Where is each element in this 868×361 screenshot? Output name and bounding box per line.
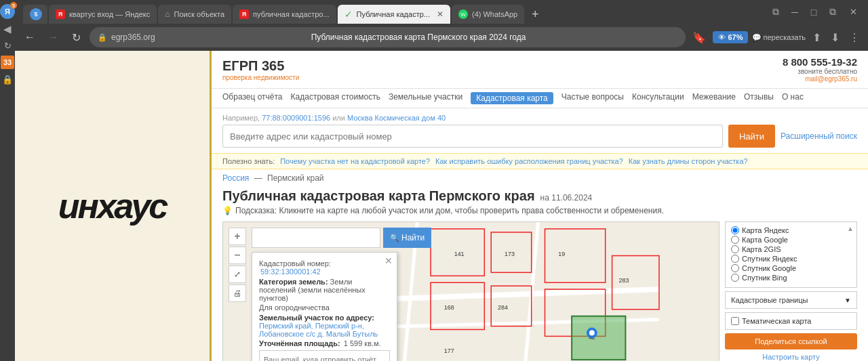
download-button[interactable]: ⬇ [828, 28, 842, 47]
tab-6-whatsapp[interactable]: W (4) WhatsApp [452, 5, 524, 24]
breadcrumb-root[interactable]: Россия [222, 173, 249, 183]
refresh-button[interactable]: ↻ [66, 28, 85, 47]
info-link-3[interactable]: Как узнать длины сторон участка? [629, 157, 748, 165]
radio-option-bing-sat[interactable]: Спутник Bing [731, 274, 851, 282]
search-example2: Москва Космическая дом 40 [347, 114, 446, 122]
radio-option-2gis-map[interactable]: Карта 2GIS [731, 245, 851, 253]
nav-zemelnye[interactable]: Земельные участки [389, 92, 462, 104]
advanced-search-link[interactable]: Расширенный поиск [781, 131, 857, 141]
site-content: ЕГРП 365 проверка недвижимости 8 800 555… [212, 51, 868, 361]
popup-close[interactable]: ✕ [384, 255, 393, 266]
thematic-label: Тематическая карта [742, 317, 811, 325]
radio-2gis-map[interactable] [731, 245, 739, 253]
restore-icon[interactable]: ⧉ [825, 4, 841, 20]
svg-text:19: 19 [558, 251, 565, 257]
tab4-title: публичная кадастро... [253, 10, 330, 18]
back-button[interactable]: ← [20, 28, 39, 47]
extensions-icon[interactable]: ⧉ [768, 4, 784, 20]
customize-map-link[interactable]: Настроить карту [725, 353, 857, 361]
map-popup: ✕ Кадастровый номер: 59:32:1300001:42 Ка… [252, 252, 397, 361]
radio-option-google-map[interactable]: Карта Google [731, 236, 851, 244]
new-tab-button[interactable]: + [526, 5, 545, 24]
tab-4[interactable]: Я публичная кадастро... [233, 5, 336, 24]
sidebar-profile-icon[interactable]: Я 5 [0, 4, 15, 19]
nav-faq[interactable]: Частые вопросы [561, 92, 624, 104]
popup-address-value[interactable]: Пермский край, Пермский р-н, Лобановское… [259, 322, 378, 338]
fullscreen-button[interactable]: ⤢ [229, 266, 246, 283]
nav-obrazec[interactable]: Образец отчёта [222, 92, 283, 104]
sidebar-lock-icon[interactable]: 🔒 [1, 73, 14, 85]
radio-google-map[interactable] [731, 236, 739, 244]
nav-kadastr-stoimost[interactable]: Кадастровая стоимость [291, 92, 380, 104]
cadastral-chevron-icon: ▼ [844, 297, 851, 304]
map-container[interactable]: 141 173 168 284 19 42 283 177 [222, 221, 719, 361]
tab5-close[interactable]: ✕ [437, 9, 443, 19]
map-search-input[interactable]: 59:32:1300001:42 [252, 228, 380, 248]
tab-1[interactable]: 5 [23, 5, 47, 24]
radio-google-sat[interactable] [731, 264, 739, 272]
radio-bing-sat-label: Спутник Bing [742, 274, 787, 282]
tab4-favicon: Я [239, 9, 249, 19]
thematic-checkbox[interactable] [731, 317, 739, 325]
sidebar-calendar-icon[interactable]: 33 [1, 56, 14, 69]
sidebar-back-icon[interactable]: ◀ [1, 23, 14, 35]
print-button[interactable]: 🖨 [229, 284, 246, 302]
radio-yandex-map[interactable] [731, 226, 739, 234]
zoom-in-button[interactable]: + [229, 228, 246, 245]
nav-mezhevanie[interactable]: Межевание [692, 92, 736, 104]
search-input[interactable] [222, 125, 723, 148]
info-bar: Полезно знать: Почему участка нет на кад… [212, 153, 868, 169]
maximize-icon[interactable]: □ [806, 4, 822, 20]
popup-category-row: Категория земель: Земли поселений (земли… [259, 278, 390, 302]
map-search-btn-label: Найти [401, 233, 425, 242]
share-link-button[interactable]: Поделиться ссылкой [725, 333, 857, 349]
share-button[interactable]: ⬆ [810, 28, 824, 47]
minimize-icon[interactable]: ─ [787, 4, 803, 20]
radio-option-google-sat[interactable]: Спутник Google [731, 264, 851, 272]
zoom-level: 67% [728, 33, 743, 41]
search-button[interactable]: Найти [728, 125, 775, 148]
tab1-icon: 5 [30, 8, 42, 20]
radio-yandex-map-label: Карта Яндекс [742, 226, 789, 234]
thematic-option[interactable]: Тематическая карта [731, 317, 851, 325]
info-link-1[interactable]: Почему участка нет на кадастровой карте? [280, 157, 430, 165]
site-nav: Образец отчёта Кадастровая стоимость Зем… [212, 89, 868, 108]
page-content: инхаус ЕГРП 365 проверка недвижимости 8 … [15, 51, 868, 361]
tab-2[interactable]: Я квартус вход — Яндекс [49, 5, 157, 24]
cadastral-header[interactable]: Кадастровые границы ▼ [731, 296, 851, 304]
tab-3[interactable]: ⌂ Поиск объекта [158, 5, 231, 24]
svg-text:173: 173 [505, 251, 515, 257]
sidebar-refresh-icon[interactable]: ↻ [1, 39, 14, 51]
radio-google-map-label: Карта Google [742, 236, 788, 244]
popup-cadastral-value[interactable]: 59:32:1300001:42 [260, 268, 321, 276]
svg-text:284: 284 [498, 304, 508, 311]
zoom-out-button[interactable]: − [229, 247, 246, 264]
url-bar[interactable]: 🔒 egrp365.org Публичная кадастровая карт… [90, 27, 686, 47]
more-button[interactable]: ⋮ [846, 28, 863, 47]
info-link-2[interactable]: Как исправить ошибку расположения границ… [435, 157, 623, 165]
reader-mode-button[interactable]: 👁 67% [713, 31, 748, 43]
radio-option-yandex-sat[interactable]: Спутник Яндекс [731, 255, 851, 263]
nav-otzyvy[interactable]: Отзывы [744, 92, 774, 104]
nav-o-nas[interactable]: О нас [782, 92, 804, 104]
retell-button[interactable]: 💬 пересказать [752, 33, 806, 42]
nav-konsultacii[interactable]: Консультации [632, 92, 684, 104]
tab3-favicon: ⌂ [165, 9, 170, 19]
close-icon[interactable]: ✕ [844, 3, 863, 22]
tab-5-active[interactable]: ✓ Публичная кадастр... ✕ [338, 5, 450, 24]
bookmark-button[interactable]: 🔖 [690, 28, 709, 47]
nav-kadastr-karta[interactable]: Кадастровая карта [471, 92, 553, 104]
search-icon: 🔍 [390, 234, 399, 242]
page-hint: 💡 Подсказка: Кликните на карте на любой … [222, 204, 857, 217]
cadastral-boundaries: Кадастровые границы ▼ [725, 291, 857, 309]
panel-collapse-btn[interactable]: ▲ [847, 225, 854, 232]
tabs-container: 5 Я квартус вход — Яндекс ⌂ Поиск объект… [20, 0, 762, 24]
radio-yandex-sat[interactable] [731, 255, 739, 263]
title-bar-controls: ⧉ ─ □ ⧉ ✕ [768, 3, 863, 22]
map-search-button[interactable]: 🔍 Найти [383, 228, 431, 248]
radio-bing-sat[interactable] [731, 274, 739, 282]
radio-option-yandex-map[interactable]: Карта Яндекс [731, 226, 851, 234]
forward-button[interactable]: → [43, 28, 62, 47]
site-header: ЕГРП 365 проверка недвижимости 8 800 555… [212, 51, 868, 89]
popup-email-input[interactable] [259, 350, 390, 361]
